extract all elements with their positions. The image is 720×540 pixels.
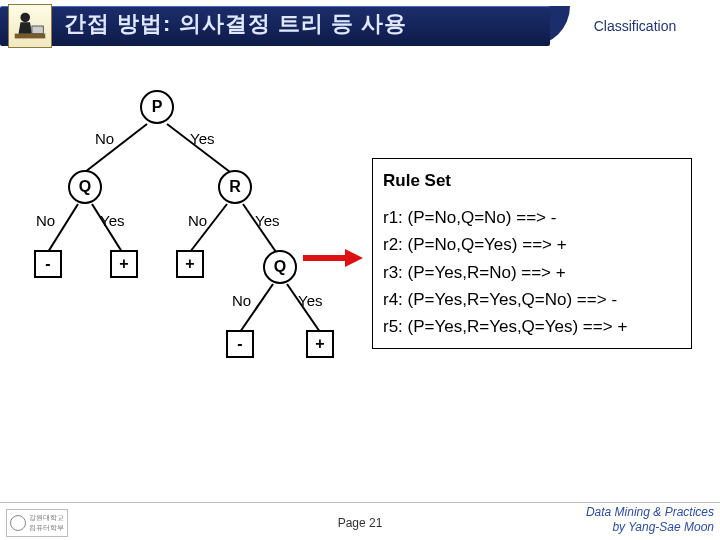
- tree-node-r: R: [218, 170, 252, 204]
- edge-label-no: No: [232, 292, 251, 309]
- edge-label-yes: Yes: [190, 130, 214, 147]
- leaf-minus: -: [226, 330, 254, 358]
- edge-label-no: No: [188, 212, 207, 229]
- rule-r1: r1: (P=No,Q=No) ==> -: [383, 204, 681, 231]
- logo-circle-icon: [10, 515, 26, 531]
- footer-credit: Data Mining & Practices by Yang-Sae Moon: [586, 505, 714, 534]
- tree-node-p: P: [140, 90, 174, 124]
- svg-marker-12: [345, 249, 363, 267]
- tree-node-q-right: Q: [263, 250, 297, 284]
- rule-r2: r2: (P=No,Q=Yes) ==> +: [383, 231, 681, 258]
- rule-set-box: Rule Set r1: (P=No,Q=No) ==> - r2: (P=No…: [372, 158, 692, 349]
- svg-rect-0: [15, 34, 46, 39]
- page-number: Page 21: [338, 516, 383, 530]
- decision-tree: P No Yes Q No Yes R No Yes - + + Q No Ye…: [30, 90, 330, 430]
- rule-r4: r4: (P=Yes,R=Yes,Q=No) ==> -: [383, 286, 681, 313]
- rule-r5: r5: (P=Yes,R=Yes,Q=Yes) ==> +: [383, 313, 681, 340]
- credit-line-2: by Yang-Sae Moon: [586, 520, 714, 534]
- person-desk-icon: [8, 4, 52, 48]
- svg-point-1: [20, 13, 30, 23]
- rule-r3: r3: (P=Yes,R=No) ==> +: [383, 259, 681, 286]
- university-logo: 강원대학교컴퓨터학부: [6, 509, 68, 537]
- slide-title: 간접 방법: 의사결정 트리 등 사용: [64, 9, 407, 39]
- slide-footer: 강원대학교컴퓨터학부 Page 21 Data Mining & Practic…: [0, 502, 720, 540]
- leaf-minus: -: [34, 250, 62, 278]
- rule-set-title: Rule Set: [383, 167, 681, 194]
- leaf-plus: +: [176, 250, 204, 278]
- logo-text: 강원대학교컴퓨터학부: [29, 513, 64, 533]
- section-label: Classification: [550, 6, 720, 46]
- tree-node-q-left: Q: [68, 170, 102, 204]
- edge-label-yes: Yes: [255, 212, 279, 229]
- edge-label-yes: Yes: [100, 212, 124, 229]
- leaf-plus: +: [110, 250, 138, 278]
- edge-label-yes: Yes: [298, 292, 322, 309]
- svg-rect-2: [32, 26, 43, 34]
- edge-label-no: No: [95, 130, 114, 147]
- arrow-icon: [303, 248, 363, 268]
- credit-line-1: Data Mining & Practices: [586, 505, 714, 519]
- leaf-plus: +: [306, 330, 334, 358]
- slide-header: 간접 방법: 의사결정 트리 등 사용 Classification: [0, 0, 720, 48]
- edge-label-no: No: [36, 212, 55, 229]
